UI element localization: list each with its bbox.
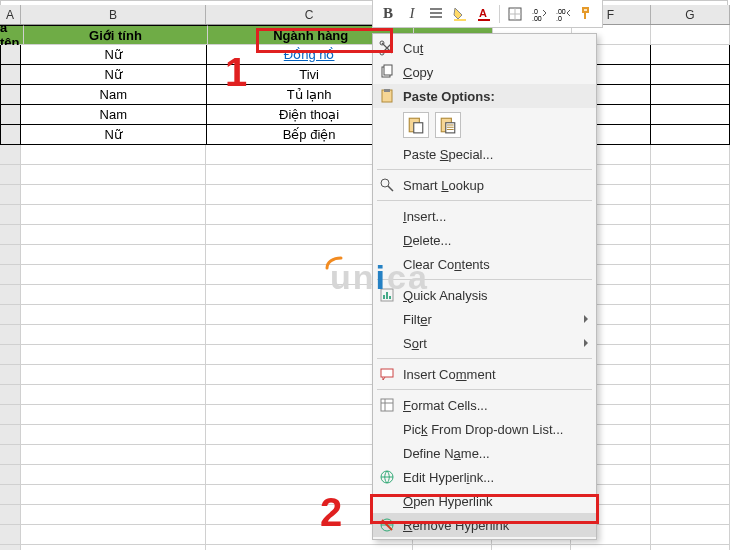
cell[interactable] bbox=[651, 305, 730, 325]
cell[interactable] bbox=[0, 205, 21, 225]
borders-button[interactable] bbox=[504, 3, 526, 25]
font-color-button[interactable]: A bbox=[473, 3, 495, 25]
cell[interactable] bbox=[571, 545, 650, 550]
cell[interactable] bbox=[651, 45, 730, 65]
cell[interactable] bbox=[651, 185, 730, 205]
cell[interactable] bbox=[206, 545, 412, 550]
cell[interactable] bbox=[492, 545, 571, 550]
cell[interactable] bbox=[651, 265, 730, 285]
cell[interactable] bbox=[21, 165, 207, 185]
paste-option-2[interactable] bbox=[435, 112, 461, 138]
bold-button[interactable]: B bbox=[377, 3, 399, 25]
menu-format-cells[interactable]: Format Cells... bbox=[373, 393, 596, 417]
cell[interactable] bbox=[21, 285, 207, 305]
italic-button[interactable]: I bbox=[401, 3, 423, 25]
cell[interactable] bbox=[651, 525, 730, 545]
header-cell-A[interactable]: à tên bbox=[0, 25, 24, 45]
cell[interactable] bbox=[0, 265, 21, 285]
cell[interactable] bbox=[0, 185, 21, 205]
menu-cut[interactable]: Cut bbox=[373, 36, 596, 60]
menu-clear-contents[interactable]: Clear Contents bbox=[373, 252, 596, 276]
cell[interactable] bbox=[651, 485, 730, 505]
menu-insert[interactable]: Insert... bbox=[373, 204, 596, 228]
menu-filter[interactable]: Filter bbox=[373, 307, 596, 331]
format-painter-button[interactable] bbox=[576, 3, 598, 25]
cell[interactable] bbox=[0, 545, 21, 550]
cell[interactable] bbox=[0, 165, 21, 185]
cell[interactable] bbox=[413, 545, 492, 550]
cell[interactable] bbox=[651, 405, 730, 425]
paste-option-1[interactable] bbox=[403, 112, 429, 138]
cell[interactable] bbox=[0, 485, 21, 505]
cell[interactable] bbox=[0, 285, 21, 305]
cell[interactable] bbox=[21, 305, 207, 325]
colhead-A[interactable]: A bbox=[0, 5, 21, 24]
menu-pick-from-list[interactable]: Pick From Drop-down List... bbox=[373, 417, 596, 441]
cell[interactable] bbox=[0, 45, 21, 65]
cell[interactable] bbox=[0, 505, 21, 525]
menu-remove-hyperlink[interactable]: Remove Hyperlink bbox=[373, 513, 596, 537]
cell[interactable] bbox=[0, 85, 21, 105]
cell[interactable] bbox=[651, 425, 730, 445]
cell[interactable] bbox=[0, 385, 21, 405]
cell[interactable] bbox=[21, 265, 207, 285]
cell-gender[interactable]: Nam bbox=[21, 105, 207, 125]
cell[interactable] bbox=[651, 285, 730, 305]
colhead-B[interactable]: B bbox=[21, 5, 207, 24]
cell[interactable] bbox=[0, 465, 21, 485]
increase-decimal-button[interactable]: .0.00 bbox=[528, 3, 550, 25]
cell[interactable] bbox=[0, 305, 21, 325]
menu-define-name[interactable]: Define Name... bbox=[373, 441, 596, 465]
cell[interactable] bbox=[651, 345, 730, 365]
cell[interactable] bbox=[651, 245, 730, 265]
cell[interactable] bbox=[21, 485, 207, 505]
cell[interactable] bbox=[651, 85, 730, 105]
cell[interactable] bbox=[651, 325, 730, 345]
cell[interactable] bbox=[21, 525, 207, 545]
cell[interactable] bbox=[651, 445, 730, 465]
menu-open-hyperlink[interactable]: Open Hyperlink bbox=[373, 489, 596, 513]
cell-gender[interactable]: Nữ bbox=[21, 65, 207, 85]
cell[interactable] bbox=[0, 325, 21, 345]
cell[interactable] bbox=[0, 365, 21, 385]
cell[interactable] bbox=[0, 425, 21, 445]
cell[interactable] bbox=[0, 525, 21, 545]
cell[interactable] bbox=[21, 245, 207, 265]
colhead-G[interactable]: G bbox=[651, 5, 730, 24]
cell-gender[interactable]: Nam bbox=[21, 85, 207, 105]
cell[interactable] bbox=[651, 105, 730, 125]
cell[interactable] bbox=[21, 145, 207, 165]
cell[interactable] bbox=[0, 105, 21, 125]
cell[interactable] bbox=[21, 385, 207, 405]
cell[interactable] bbox=[651, 365, 730, 385]
menu-paste-special[interactable]: Paste Special... bbox=[373, 142, 596, 166]
cell[interactable] bbox=[21, 225, 207, 245]
cell[interactable] bbox=[651, 225, 730, 245]
cell[interactable] bbox=[21, 545, 207, 550]
cell[interactable] bbox=[0, 145, 21, 165]
cell[interactable] bbox=[651, 65, 730, 85]
cell[interactable] bbox=[651, 385, 730, 405]
menu-insert-comment[interactable]: Insert Comment bbox=[373, 362, 596, 386]
cell[interactable] bbox=[21, 465, 207, 485]
menu-smart-lookup[interactable]: Smart Lookup bbox=[373, 173, 596, 197]
cell[interactable] bbox=[651, 165, 730, 185]
cell[interactable] bbox=[21, 185, 207, 205]
cell[interactable] bbox=[0, 345, 21, 365]
cell[interactable] bbox=[21, 205, 207, 225]
cell[interactable] bbox=[21, 405, 207, 425]
cell[interactable] bbox=[651, 125, 730, 145]
cell[interactable] bbox=[651, 545, 730, 550]
cell[interactable] bbox=[21, 425, 207, 445]
cell[interactable] bbox=[651, 465, 730, 485]
cell[interactable] bbox=[21, 505, 207, 525]
cell[interactable] bbox=[0, 125, 21, 145]
cell-gender[interactable]: Nữ bbox=[21, 125, 207, 145]
menu-copy[interactable]: Copy bbox=[373, 60, 596, 84]
fill-color-button[interactable] bbox=[449, 3, 471, 25]
cell[interactable] bbox=[651, 25, 730, 45]
cell[interactable] bbox=[21, 345, 207, 365]
cell[interactable] bbox=[21, 445, 207, 465]
menu-quick-analysis[interactable]: Quick Analysis bbox=[373, 283, 596, 307]
cell[interactable] bbox=[651, 205, 730, 225]
